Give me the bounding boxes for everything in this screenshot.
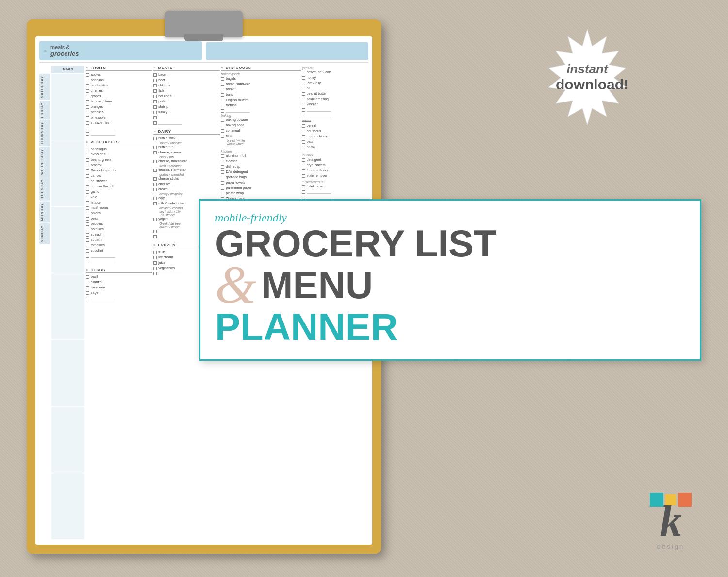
checkbox[interactable] (302, 164, 305, 167)
checkbox[interactable] (153, 160, 157, 163)
checkbox[interactable] (221, 109, 224, 113)
checkbox[interactable] (221, 187, 224, 190)
checkbox[interactable] (153, 202, 157, 205)
checkbox[interactable] (86, 244, 89, 247)
checkbox[interactable] (153, 105, 157, 109)
checkbox[interactable] (86, 275, 89, 279)
checkbox[interactable] (221, 99, 224, 102)
checkbox[interactable] (302, 146, 305, 149)
checkbox[interactable] (153, 73, 157, 77)
checkbox[interactable] (86, 89, 89, 93)
checkbox[interactable] (86, 174, 89, 178)
checkbox[interactable] (302, 76, 305, 80)
checkbox[interactable] (221, 165, 224, 169)
checkbox[interactable] (221, 192, 224, 195)
checkbox[interactable] (153, 235, 157, 238)
checkbox[interactable] (86, 153, 89, 156)
checkbox[interactable] (221, 160, 224, 163)
checkbox[interactable] (302, 140, 305, 144)
checkbox[interactable] (221, 135, 224, 138)
checkbox[interactable] (302, 103, 305, 106)
checkbox[interactable] (86, 190, 89, 194)
checkbox[interactable] (221, 170, 224, 174)
checkbox[interactable] (86, 222, 89, 226)
checkbox[interactable] (302, 196, 305, 199)
checkbox[interactable] (86, 196, 89, 199)
checkbox[interactable] (153, 188, 157, 191)
checkbox[interactable] (221, 93, 224, 97)
checkbox[interactable] (221, 124, 224, 127)
checkbox[interactable] (302, 190, 305, 194)
checkbox[interactable] (86, 238, 89, 242)
checkbox[interactable] (302, 158, 305, 162)
checkbox[interactable] (221, 129, 224, 133)
checkbox[interactable] (302, 185, 305, 188)
checkbox[interactable] (86, 148, 89, 151)
checkbox[interactable] (86, 217, 89, 221)
checkbox[interactable] (153, 151, 157, 154)
checkbox[interactable] (86, 132, 89, 136)
checkbox[interactable] (221, 154, 224, 158)
checkbox[interactable] (153, 272, 157, 275)
checkbox[interactable] (86, 233, 89, 237)
checkbox[interactable] (153, 89, 157, 93)
checkbox[interactable] (86, 79, 89, 82)
checkbox[interactable] (153, 218, 157, 221)
checkbox[interactable] (153, 251, 157, 254)
checkbox[interactable] (86, 169, 89, 172)
checkbox[interactable] (86, 111, 89, 114)
checkbox[interactable] (86, 286, 89, 289)
checkbox[interactable] (153, 256, 157, 259)
checkbox[interactable] (153, 137, 157, 140)
checkbox[interactable] (153, 169, 157, 172)
checkbox[interactable] (86, 228, 89, 231)
checkbox[interactable] (86, 164, 89, 167)
checkbox[interactable] (221, 181, 224, 185)
checkbox[interactable] (86, 249, 89, 253)
checkbox[interactable] (153, 177, 157, 181)
checkbox[interactable] (153, 197, 157, 200)
checkbox[interactable] (153, 121, 157, 125)
checkbox[interactable] (221, 176, 224, 179)
checkbox[interactable] (153, 183, 157, 186)
checkbox[interactable] (302, 114, 305, 117)
checkbox[interactable] (221, 83, 224, 86)
checkbox[interactable] (153, 230, 157, 233)
checkbox[interactable] (153, 84, 157, 87)
checkbox[interactable] (86, 255, 89, 258)
checkbox[interactable] (153, 267, 157, 270)
checkbox[interactable] (86, 127, 89, 130)
checkbox[interactable] (302, 174, 305, 178)
checkbox[interactable] (86, 100, 89, 103)
checkbox[interactable] (302, 108, 305, 112)
checkbox[interactable] (302, 71, 305, 74)
checkbox[interactable] (86, 212, 89, 215)
checkbox[interactable] (153, 261, 157, 265)
checkbox[interactable] (86, 73, 89, 77)
checkbox[interactable] (86, 297, 89, 300)
checkbox[interactable] (86, 121, 89, 125)
checkbox[interactable] (86, 116, 89, 119)
checkbox[interactable] (86, 281, 89, 284)
checkbox[interactable] (86, 158, 89, 162)
checkbox[interactable] (86, 95, 89, 98)
checkbox[interactable] (153, 79, 157, 82)
checkbox[interactable] (86, 201, 89, 204)
checkbox[interactable] (86, 291, 89, 295)
checkbox[interactable] (153, 95, 157, 98)
checkbox[interactable] (86, 260, 89, 263)
checkbox[interactable] (86, 84, 89, 87)
checkbox[interactable] (86, 185, 89, 188)
checkbox[interactable] (86, 206, 89, 210)
checkbox[interactable] (302, 130, 305, 133)
checkbox[interactable] (86, 180, 89, 183)
checkbox[interactable] (221, 88, 224, 91)
checkbox[interactable] (302, 124, 305, 128)
checkbox[interactable] (153, 111, 157, 114)
checkbox[interactable] (86, 105, 89, 109)
checkbox[interactable] (221, 77, 224, 81)
checkbox[interactable] (302, 87, 305, 90)
checkbox[interactable] (302, 92, 305, 96)
checkbox[interactable] (302, 169, 305, 172)
checkbox[interactable] (221, 104, 224, 107)
